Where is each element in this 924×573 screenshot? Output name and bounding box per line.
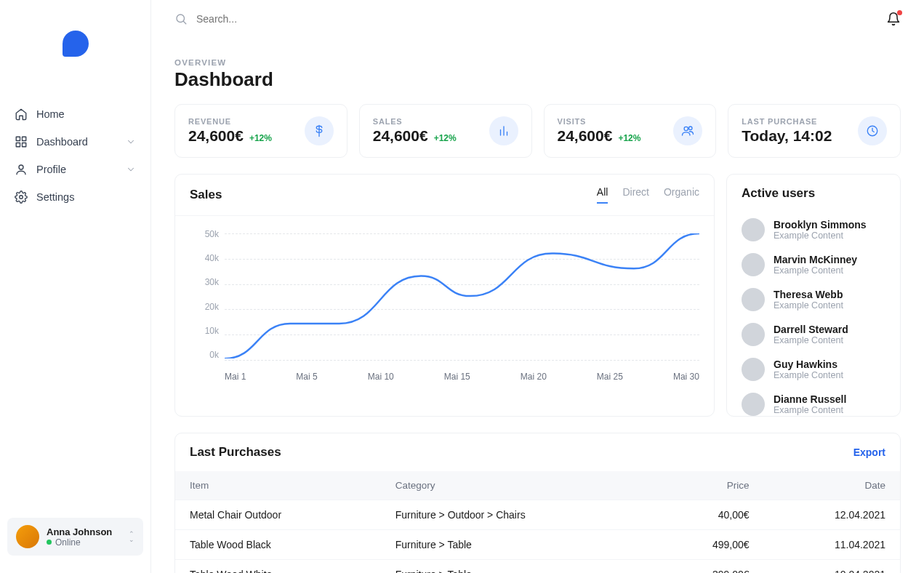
nav-settings[interactable]: Settings	[10, 183, 140, 211]
purchases-table: ItemCategoryPriceDate Metal Chair Outdoo…	[175, 471, 900, 573]
cell-category: Furniture > Outdoor > Chairs	[381, 500, 652, 530]
col-category[interactable]: Category	[381, 471, 652, 500]
logo	[0, 17, 150, 100]
cell-price: 499,00€	[651, 530, 763, 560]
cell-item: Table Wood Black	[175, 530, 381, 560]
page-title: Dashboard	[174, 68, 901, 91]
user-row[interactable]: Guy HawkinsExample Content	[742, 352, 885, 387]
dollar-icon	[305, 116, 334, 145]
user-sub: Example Content	[774, 265, 857, 276]
stat-card: REVENUE 24,600€+12%	[174, 104, 347, 158]
sales-tabs: AllDirectOrganic	[597, 186, 699, 204]
col-date[interactable]: Date	[764, 471, 900, 500]
x-tick: Mai 20	[521, 372, 547, 382]
active-users-panel: Active users Brooklyn SimmonsExample Con…	[726, 174, 901, 417]
avatar	[742, 393, 765, 416]
user-name: Anna Johnson	[47, 526, 121, 537]
nav-label: Profile	[36, 164, 66, 175]
avatar	[742, 358, 765, 381]
chevron-down-icon	[126, 164, 136, 175]
avatar	[742, 288, 765, 311]
x-tick: Mai 25	[597, 372, 623, 382]
col-item[interactable]: Item	[175, 471, 381, 500]
user-row[interactable]: Dianne RussellExample Content	[742, 387, 885, 416]
stat-label: SALES	[373, 117, 457, 126]
stat-label: VISITS	[558, 117, 641, 126]
user-sub: Example Content	[774, 300, 843, 310]
nav-profile[interactable]: Profile	[10, 156, 140, 183]
bars-icon	[489, 116, 518, 145]
user-sub: Example Content	[774, 231, 867, 241]
svg-point-7	[684, 127, 688, 130]
tab-organic[interactable]: Organic	[664, 186, 699, 204]
x-tick: Mai 30	[673, 372, 699, 382]
stat-card: VISITS 24,600€+12%	[544, 104, 717, 158]
cell-item: Table Wood White	[175, 560, 381, 574]
user-name: Darrell Steward	[774, 324, 848, 335]
search	[174, 12, 886, 25]
svg-rect-0	[16, 137, 20, 140]
sales-panel: Sales AllDirectOrganic 50k40k30k20k10k0k…	[174, 174, 715, 417]
search-input[interactable]	[196, 13, 886, 25]
user-name: Theresa Webb	[774, 289, 843, 300]
topbar	[174, 0, 901, 38]
cell-category: Furniture > Table	[381, 530, 652, 560]
user-row[interactable]: Darrell StewardExample Content	[742, 317, 885, 352]
y-tick: 30k	[190, 277, 219, 287]
user-status: Online	[47, 537, 121, 548]
home-icon	[15, 108, 28, 121]
nav-label: Settings	[36, 191, 74, 203]
y-tick: 10k	[190, 326, 219, 336]
x-tick: Mai 5	[296, 372, 317, 382]
y-tick: 20k	[190, 302, 219, 312]
stat-delta: +12%	[434, 133, 457, 143]
cell-category: Furniture > Table	[381, 560, 652, 574]
avatar	[16, 525, 39, 548]
svg-rect-2	[16, 143, 20, 147]
table-row[interactable]: Table Wood BlackFurniture > Table499,00€…	[175, 530, 900, 560]
x-tick: Mai 10	[368, 372, 394, 382]
panel-title: Last Purchases	[190, 445, 281, 460]
chevron-down-icon	[126, 137, 136, 147]
user-row[interactable]: Theresa WebbExample Content	[742, 282, 885, 317]
table-row[interactable]: Metal Chair OutdoorFurniture > Outdoor >…	[175, 500, 900, 530]
nav-home[interactable]: Home	[10, 100, 140, 128]
panel-title: Active users	[742, 186, 815, 201]
stat-label: LAST PURCHASE	[742, 117, 832, 126]
export-button[interactable]: Export	[853, 446, 885, 458]
table-row[interactable]: Table Wood WhiteFurniture > Table399,00€…	[175, 560, 900, 574]
user-row[interactable]: Marvin McKinneyExample Content	[742, 247, 885, 282]
y-tick: 0k	[190, 350, 219, 360]
tab-direct[interactable]: Direct	[622, 186, 649, 204]
svg-point-6	[177, 15, 185, 23]
nav: Home Dashboard Profile Settings	[0, 100, 150, 518]
stat-card: LAST PURCHASE Today, 14:02	[728, 104, 901, 158]
purchases-panel: Last Purchases Export ItemCategoryPriceD…	[174, 433, 901, 573]
nav-label: Dashboard	[36, 136, 88, 148]
sidebar: Home Dashboard Profile Settings Anna Joh…	[0, 0, 151, 573]
grid-icon	[15, 135, 28, 148]
cell-item: Metal Chair Outdoor	[175, 500, 381, 530]
avatar	[742, 323, 765, 346]
stat-delta: +12%	[249, 133, 272, 143]
stat-card: SALES 24,600€+12%	[359, 104, 532, 158]
y-tick: 50k	[190, 229, 219, 239]
user-icon	[15, 163, 28, 176]
cell-price: 40,00€	[651, 500, 763, 530]
user-card[interactable]: Anna Johnson Online ⌃⌄	[7, 518, 143, 556]
avatar	[742, 218, 765, 241]
notifications-button[interactable]	[886, 12, 901, 26]
cell-date: 12.04.2021	[764, 500, 900, 530]
user-name: Dianne Russell	[774, 393, 846, 405]
users-icon	[673, 116, 702, 145]
clock-icon	[858, 116, 887, 145]
y-tick: 40k	[190, 253, 219, 263]
notification-dot	[897, 10, 902, 15]
tab-all[interactable]: All	[597, 186, 608, 204]
nav-dashboard[interactable]: Dashboard	[10, 128, 140, 156]
cell-price: 399,00€	[651, 560, 763, 574]
col-price[interactable]: Price	[651, 471, 763, 500]
user-name: Guy Hawkins	[774, 358, 843, 370]
user-row[interactable]: Brooklyn SimmonsExample Content	[742, 212, 885, 247]
main: OVERVIEW Dashboard REVENUE 24,600€+12% S…	[151, 0, 924, 573]
